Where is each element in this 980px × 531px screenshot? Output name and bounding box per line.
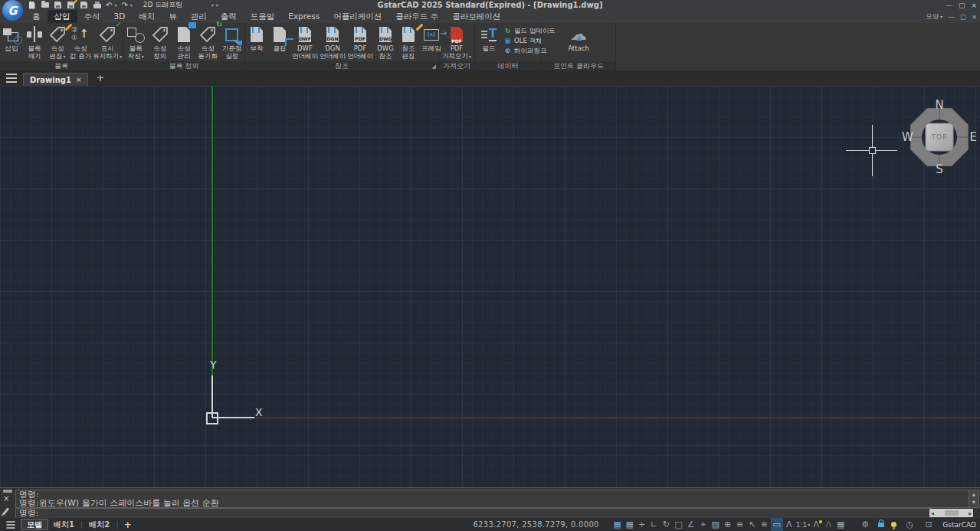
define-attribute-button[interactable]: 속성 정의 [149,24,172,60]
keep-display-button[interactable]: ✓ 표시 유지하기▾ [92,24,123,61]
tab-application[interactable]: 어플리케이션 [326,10,388,23]
quick-properties-icon[interactable]: ↖ [746,518,759,531]
command-input[interactable]: 명령: [15,508,932,519]
scrollbar-thumb[interactable] [945,510,959,516]
tab-collaboration[interactable]: 콜라보레이션 [445,10,507,23]
appearance-dropdown[interactable]: 모양 ▾ [926,12,942,21]
viewcube-north[interactable]: N [935,98,943,112]
dgn-underlay-button[interactable]: DGN DGN 언더레이 [319,24,346,60]
layers-icon[interactable]: ≋ [759,518,771,531]
model-tab[interactable]: 모델 [21,519,48,530]
explode-block-button[interactable]: 블록 깨기 [23,24,46,60]
manage-attributes-button[interactable]: 속성 관리 [172,24,195,60]
hatch-display-icon[interactable]: ▨ [710,518,722,531]
pdf-import-button[interactable]: → PDF PDF 가져오기▾ [441,24,472,61]
sync-attributes-button[interactable]: ↻ 속성 동기화 [196,24,219,60]
minimize-button[interactable]: — [946,2,952,9]
new-tab-button[interactable]: + [96,71,104,85]
tab-annotate[interactable]: 주석 [77,10,107,23]
print-icon[interactable] [93,1,101,9]
view-cube[interactable]: N S W E TOP [910,108,969,166]
create-block-button[interactable]: 블록 작성▾ [124,24,147,61]
save-icon[interactable] [54,1,62,9]
edit-attribute-button[interactable]: 속성 편집▾ [46,24,69,61]
annotation-scale-control[interactable]: Λ 1:1 ▾ [783,518,811,531]
ortho-mode-icon[interactable]: ∟ [648,518,660,531]
viewcube-south[interactable]: S [936,162,943,176]
isolate-objects-icon[interactable]: ◷ [903,518,916,531]
tab-view[interactable]: 뷰 [162,10,184,23]
tab-cloud[interactable]: 클라우드 주 [388,10,445,23]
insert-block-button[interactable]: 삽입 [0,24,23,52]
redo-dropdown-icon[interactable]: ▾ [130,2,133,8]
redo-icon[interactable]: ↷ [121,1,127,9]
tab-home[interactable]: 홈 [25,10,48,23]
graphics-monitor-icon[interactable]: ▭ [771,518,783,531]
edit-reference-button[interactable]: 참조 편집 [397,24,420,60]
scroll-left-icon[interactable]: ◀ [931,511,934,516]
file-tabs-menu-icon[interactable] [6,77,17,79]
annotation-visibility-icon[interactable]: Λ [810,518,822,531]
attach-reference-button[interactable]: 부착 [245,24,268,52]
annotation-auto-scale-icon[interactable]: Λ [822,518,834,531]
lineweight-icon[interactable]: ≡ [734,518,746,531]
new-file-icon[interactable] [28,1,36,9]
workspace-dropdown[interactable]: 2D 드래프팅 ▾ [143,1,214,9]
doc-minimize-button[interactable]: — [948,13,955,21]
field-button[interactable]: T 필드 [477,24,500,52]
undo-icon[interactable]: ↶ [106,1,112,9]
table-icon[interactable]: ▦ [834,518,847,531]
doc-restore-button[interactable]: ▢ [960,13,966,21]
ui-lock-icon[interactable] [878,523,884,527]
scroll-down-icon[interactable]: ▼ [969,498,978,506]
command-panel-close-icon[interactable]: × [3,494,9,503]
dwg-xref-button[interactable]: DWG DWG 참조 [374,24,397,60]
tab-help[interactable]: 도움말 [244,10,282,23]
settings-gear-icon[interactable]: ⚙ [859,518,871,531]
hardware-acceleration-icon[interactable] [891,522,896,527]
restore-button[interactable]: ▢ [959,2,965,9]
new-layout-button[interactable]: + [124,520,132,530]
drawing-canvas[interactable]: Y X N S W E TOP [0,86,980,487]
gstarcad-logo[interactable]: G [2,0,23,21]
scroll-up-icon[interactable]: ▲ [969,490,978,498]
layout2-tab[interactable]: 배치2 [84,519,115,530]
dynamic-input-icon[interactable]: ⊕ [722,518,734,531]
fullscreen-icon[interactable]: ⊡ [923,518,935,531]
set-basepoint-button[interactable]: 기준점 설정 [221,24,244,60]
osnap-tracking-icon[interactable]: ∠ [685,518,697,531]
3d-osnap-icon[interactable]: ⌖ [697,518,710,531]
point-cloud-attach-button[interactable]: ☁ Attach [567,24,590,52]
polar-tracking-icon[interactable]: ↻ [660,518,673,531]
save-as-icon[interactable] [67,1,75,9]
layout1-tab[interactable]: 배치1 [48,519,80,530]
tab-express[interactable]: Express [281,10,326,23]
grid-display-icon[interactable]: ▦ [611,518,624,531]
toolbar-options-icon[interactable]: ▾ [216,2,218,8]
undo-dropdown-icon[interactable]: ▾ [114,2,116,8]
viewcube-east[interactable]: E [970,130,977,144]
scroll-right-icon[interactable]: ▶ [969,511,972,516]
viewcube-top-face[interactable]: TOP [910,133,969,141]
tab-manage[interactable]: 관리 [184,10,214,23]
statusbar-menu-icon[interactable] [6,524,15,526]
close-button[interactable]: × [971,2,977,9]
tab-layout[interactable]: 배치 [132,10,162,23]
command-customize-icon[interactable] [2,507,9,515]
clip-button[interactable]: 클립 [268,24,291,52]
doc-close-button[interactable]: × [972,13,977,21]
command-panel-grip[interactable] [3,490,12,493]
command-horizontal-scrollbar[interactable]: ◀ ▶ [929,509,973,517]
tab-close-icon[interactable]: × [76,76,82,84]
document-tab-drawing1[interactable]: Drawing1 × [23,73,88,87]
snap-mode-icon[interactable]: + [636,518,648,531]
object-snap-icon[interactable]: □ [673,518,685,531]
dwf-underlay-button[interactable]: DWF DWF 언더레이 [291,24,319,60]
tab-insert[interactable]: 삽입 [48,10,77,23]
increment-attribute-button[interactable]: ② ① ↑ 속성 값 증가 [69,24,92,60]
save-all-icon[interactable] [80,1,88,9]
open-file-icon[interactable] [41,1,49,9]
snap-grid-icon[interactable]: ▦ [624,518,636,531]
pdf-underlay-button[interactable]: PDF PDF 언더레이 [346,24,374,60]
command-vertical-scrollbar[interactable]: ▲ ▼ [969,490,979,508]
